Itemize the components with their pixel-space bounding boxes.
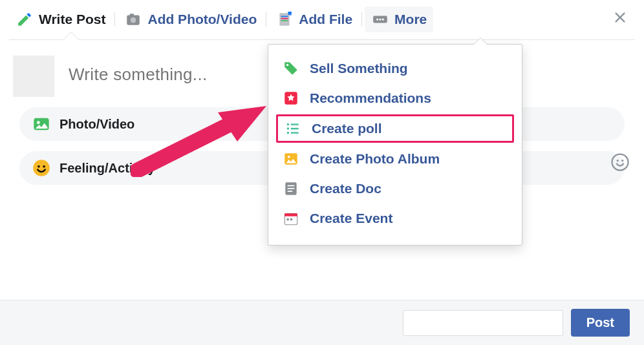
photo-icon xyxy=(32,115,50,133)
svg-rect-25 xyxy=(291,128,299,129)
tab-write-post[interactable]: Write Post xyxy=(9,6,112,32)
svg-rect-37 xyxy=(290,218,292,220)
tab-add-photo[interactable]: Add Photo/Video xyxy=(118,6,263,32)
menu-create-doc[interactable]: Create Doc xyxy=(268,174,522,204)
menu-sell[interactable]: Sell Something xyxy=(268,54,522,83)
dots-icon xyxy=(371,10,389,28)
avatar xyxy=(13,56,54,97)
doc-icon xyxy=(281,179,301,198)
svg-point-9 xyxy=(379,18,381,20)
separator xyxy=(114,12,115,26)
svg-rect-36 xyxy=(287,218,289,220)
svg-point-26 xyxy=(287,132,289,134)
svg-point-10 xyxy=(382,18,384,20)
annotation-arrow-icon xyxy=(131,99,266,180)
svg-point-20 xyxy=(286,64,288,66)
composer-tabs: Write Post Add Photo/Video Add File More xyxy=(0,0,644,33)
privacy-selector[interactable] xyxy=(403,310,563,336)
close-button[interactable] xyxy=(605,5,635,33)
svg-point-15 xyxy=(37,121,40,124)
svg-point-29 xyxy=(288,156,290,158)
footer: Post xyxy=(0,300,644,345)
tag-icon xyxy=(281,59,301,78)
svg-point-8 xyxy=(376,18,378,20)
svg-point-17 xyxy=(38,165,40,167)
svg-rect-27 xyxy=(291,132,299,133)
tab-more[interactable]: More xyxy=(365,6,433,32)
active-tab-caret-icon xyxy=(63,32,79,40)
star-badge-icon xyxy=(281,89,301,108)
svg-line-38 xyxy=(137,125,228,171)
feeling-icon xyxy=(32,159,50,177)
svg-rect-6 xyxy=(281,20,288,21)
svg-rect-5 xyxy=(281,17,288,19)
menu-sell-label: Sell Something xyxy=(310,61,408,76)
tab-write-label: Write Post xyxy=(39,12,105,27)
tab-add-file[interactable]: Add File xyxy=(269,6,359,32)
svg-rect-4 xyxy=(281,16,288,17)
svg-rect-2 xyxy=(130,14,134,16)
menu-create-album[interactable]: Create Photo Album xyxy=(268,144,522,174)
menu-recommendations[interactable]: Recommendations xyxy=(268,83,522,113)
svg-point-12 xyxy=(617,160,619,162)
menu-event-label: Create Event xyxy=(310,211,392,226)
svg-rect-3 xyxy=(280,13,290,26)
menu-poll-label: Create poll xyxy=(312,121,382,136)
svg-point-1 xyxy=(131,17,136,23)
chip-photo-label: Photo/Video xyxy=(59,117,134,132)
album-icon xyxy=(281,149,301,169)
tab-photo-label: Add Photo/Video xyxy=(147,12,257,27)
more-dropdown: Sell Something Recommendations Create po… xyxy=(268,44,522,246)
calendar-icon xyxy=(281,209,301,228)
menu-create-poll[interactable]: Create poll xyxy=(276,114,514,143)
svg-rect-23 xyxy=(291,123,299,125)
pencil-icon xyxy=(16,10,34,28)
tab-file-label: Add File xyxy=(299,12,352,27)
svg-point-13 xyxy=(621,160,623,162)
menu-doc-label: Create Doc xyxy=(310,181,381,196)
separator xyxy=(361,12,362,26)
svg-point-24 xyxy=(287,127,289,129)
menu-rec-label: Recommendations xyxy=(310,90,431,106)
post-button[interactable]: Post xyxy=(571,309,630,337)
svg-rect-35 xyxy=(284,213,297,216)
separator xyxy=(266,12,266,26)
menu-album-label: Create Photo Album xyxy=(310,151,440,167)
svg-point-16 xyxy=(33,160,50,176)
emoji-picker-button[interactable] xyxy=(610,152,630,174)
file-add-icon xyxy=(275,10,294,28)
tab-more-label: More xyxy=(394,12,427,27)
svg-rect-31 xyxy=(288,185,295,187)
camera-icon xyxy=(124,10,142,28)
list-icon xyxy=(283,119,303,138)
menu-create-event[interactable]: Create Event xyxy=(268,204,522,233)
svg-rect-32 xyxy=(288,188,295,189)
svg-rect-33 xyxy=(288,191,293,192)
svg-point-11 xyxy=(612,154,628,171)
dropdown-caret-icon xyxy=(474,38,487,45)
compose-input[interactable] xyxy=(69,56,237,85)
svg-point-18 xyxy=(43,165,45,167)
svg-point-22 xyxy=(287,123,289,125)
